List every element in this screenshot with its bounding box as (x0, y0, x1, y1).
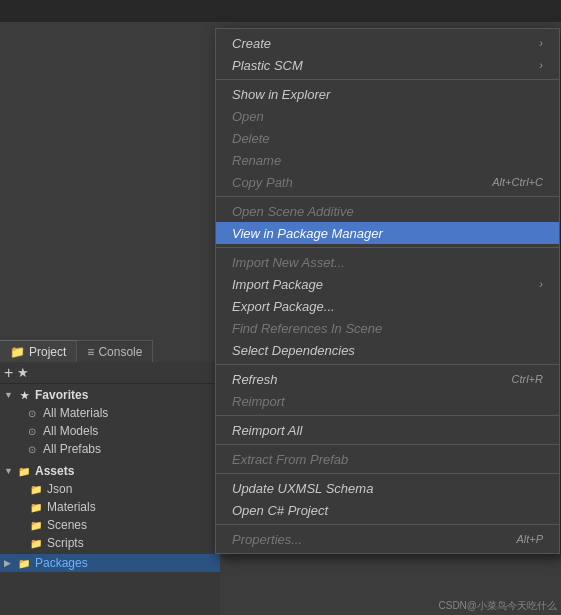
context-menu: Create›Plastic SCM›Show in ExplorerOpenD… (215, 28, 560, 554)
favorites-icon: ★ (16, 388, 32, 402)
menu-item-15: Reimport (216, 390, 559, 412)
menu-item-20: Properties...Alt+P (216, 528, 559, 550)
menu-item-14[interactable]: RefreshCtrl+R (216, 368, 559, 390)
menu-item-label-1: Plastic SCM (232, 58, 303, 73)
menu-item-arrow-1: › (539, 59, 543, 71)
search-icon-prefabs: ⊙ (24, 442, 40, 456)
favorites-button[interactable]: ★ (17, 365, 29, 380)
menu-item-10[interactable]: Import Package› (216, 273, 559, 295)
favorites-label: Favorites (35, 388, 88, 402)
menu-item-7: Open Scene Additive (216, 200, 559, 222)
menu-item-label-16: Reimport All (232, 423, 302, 438)
menu-item-12: Find References In Scene (216, 317, 559, 339)
menu-item-13[interactable]: Select Dependencies (216, 339, 559, 361)
scenes-folder-icon: 📁 (28, 518, 44, 532)
menu-item-label-11: Export Package... (232, 299, 335, 314)
json-label: Json (47, 482, 72, 496)
favorites-header[interactable]: ▼ ★ Favorites (0, 386, 220, 404)
menu-item-label-12: Find References In Scene (232, 321, 382, 336)
tabs-row: 📁 Project ≡ Console (0, 340, 153, 362)
favorites-arrow: ▼ (4, 390, 16, 400)
menu-divider-8 (216, 247, 559, 248)
menu-item-label-10: Import Package (232, 277, 323, 292)
menu-divider-6 (216, 196, 559, 197)
tab-project[interactable]: 📁 Project (0, 340, 77, 362)
all-prefabs-item[interactable]: ⊙ All Prefabs (0, 440, 220, 458)
scripts-item[interactable]: 📁 Scripts (0, 534, 220, 552)
packages-label: Packages (35, 556, 88, 570)
menu-item-arrow-10: › (539, 278, 543, 290)
console-tab-label: Console (98, 345, 142, 359)
watermark: CSDN@小菜鸟今天吃什么 (439, 599, 558, 613)
scenes-label: Scenes (47, 518, 87, 532)
project-tab-label: Project (29, 345, 66, 359)
menu-item-label-14: Refresh (232, 372, 278, 387)
menu-item-8[interactable]: View in Package Manager (216, 222, 559, 244)
assets-section: ▼ 📁 Assets 📁 Json 📁 Materials 📁 Scenes 📁… (0, 460, 220, 554)
menu-item-3: Open (216, 105, 559, 127)
all-materials-label: All Materials (43, 406, 108, 420)
assets-arrow: ▼ (4, 466, 16, 476)
menu-divider-15 (216, 415, 559, 416)
tab-console[interactable]: ≡ Console (77, 340, 153, 362)
json-item[interactable]: 📁 Json (0, 480, 220, 498)
menu-item-label-5: Rename (232, 153, 281, 168)
menu-item-5: Rename (216, 149, 559, 171)
menu-item-19[interactable]: Open C# Project (216, 499, 559, 521)
menu-item-11[interactable]: Export Package... (216, 295, 559, 317)
menu-item-1[interactable]: Plastic SCM› (216, 54, 559, 76)
menu-divider-19 (216, 524, 559, 525)
materials-folder-icon: 📁 (28, 500, 44, 514)
menu-item-label-19: Open C# Project (232, 503, 328, 518)
menu-item-label-6: Copy Path (232, 175, 293, 190)
all-models-label: All Models (43, 424, 98, 438)
packages-item[interactable]: ▶ 📁 Packages (0, 554, 220, 572)
menu-item-label-13: Select Dependencies (232, 343, 355, 358)
search-icon-materials: ⊙ (24, 406, 40, 420)
menu-item-label-18: Update UXMSL Schema (232, 481, 373, 496)
menu-divider-13 (216, 364, 559, 365)
assets-label: Assets (35, 464, 74, 478)
menu-divider-1 (216, 79, 559, 80)
favorites-section: ▼ ★ Favorites ⊙ All Materials ⊙ All Mode… (0, 384, 220, 460)
packages-folder-icon: 📁 (16, 556, 32, 570)
menu-item-2[interactable]: Show in Explorer (216, 83, 559, 105)
menu-item-18[interactable]: Update UXMSL Schema (216, 477, 559, 499)
scenes-item[interactable]: 📁 Scenes (0, 516, 220, 534)
menu-item-label-2: Show in Explorer (232, 87, 330, 102)
menu-item-6: Copy PathAlt+Ctrl+C (216, 171, 559, 193)
scripts-label: Scripts (47, 536, 84, 550)
menu-item-16[interactable]: Reimport All (216, 419, 559, 441)
menu-item-label-0: Create (232, 36, 271, 51)
scripts-folder-icon: 📁 (28, 536, 44, 550)
all-materials-item[interactable]: ⊙ All Materials (0, 404, 220, 422)
console-tab-icon: ≡ (87, 345, 94, 359)
json-folder-icon: 📁 (28, 482, 44, 496)
packages-arrow: ▶ (4, 558, 16, 568)
menu-divider-17 (216, 473, 559, 474)
all-models-item[interactable]: ⊙ All Models (0, 422, 220, 440)
menu-item-shortcut-14: Ctrl+R (512, 373, 543, 385)
menu-item-label-7: Open Scene Additive (232, 204, 354, 219)
menu-item-shortcut-20: Alt+P (516, 533, 543, 545)
menu-item-0[interactable]: Create› (216, 32, 559, 54)
menu-item-label-3: Open (232, 109, 264, 124)
materials-item[interactable]: 📁 Materials (0, 498, 220, 516)
menu-divider-16 (216, 444, 559, 445)
assets-folder-icon: 📁 (16, 464, 32, 478)
search-icon-models: ⊙ (24, 424, 40, 438)
assets-header[interactable]: ▼ 📁 Assets (0, 462, 220, 480)
menu-item-label-20: Properties... (232, 532, 302, 547)
all-prefabs-label: All Prefabs (43, 442, 101, 456)
sidebar: ▼ ★ Favorites ⊙ All Materials ⊙ All Mode… (0, 384, 220, 615)
menu-item-arrow-0: › (539, 37, 543, 49)
menu-item-label-4: Delete (232, 131, 270, 146)
materials-label: Materials (47, 500, 96, 514)
add-button[interactable]: + (4, 364, 13, 382)
menu-item-17: Extract From Prefab (216, 448, 559, 470)
menu-item-4: Delete (216, 127, 559, 149)
menu-item-label-15: Reimport (232, 394, 285, 409)
menu-item-label-8: View in Package Manager (232, 226, 383, 241)
menu-item-label-9: Import New Asset... (232, 255, 345, 270)
menu-item-9: Import New Asset... (216, 251, 559, 273)
